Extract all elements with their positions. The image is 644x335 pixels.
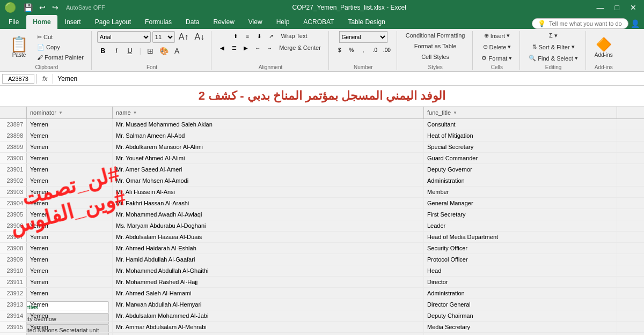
cell-name[interactable]: Mr. Ali Hussein Al-Ansi: [113, 187, 424, 197]
number-format-select[interactable]: General: [339, 31, 387, 43]
tab-data[interactable]: Data: [179, 15, 206, 29]
format-painter-button[interactable]: 🖌 Format Painter: [34, 53, 87, 62]
tab-insert[interactable]: Insert: [58, 15, 87, 29]
font-name-select[interactable]: Arial: [97, 31, 151, 43]
table-row[interactable]: 23911 Yemen Mr. Mohammed Rashed Al-Hajj …: [0, 277, 644, 288]
cell-name[interactable]: Mr. Abdulsalam Mohammed Al-Jabi: [113, 310, 424, 321]
tab-review[interactable]: Review: [207, 15, 240, 29]
cell-nominator[interactable]: Yemen: [27, 209, 113, 220]
cell-nominator[interactable]: Yemen: [27, 198, 113, 209]
table-row[interactable]: 23915 Yemen Mr. Ammar Abdulsalam Al-Mehr…: [0, 322, 644, 333]
cell-name[interactable]: Mr. Hamid Abdullah Al-Gaafari: [113, 254, 424, 265]
tell-me-search[interactable]: 💡 Tell me what you want to do: [532, 18, 628, 29]
align-left-btn[interactable]: ◀: [217, 43, 228, 53]
fill-color-btn[interactable]: 🎨: [157, 46, 171, 56]
cell-func-title[interactable]: Protocol Officer: [424, 254, 617, 265]
decrease-font-btn[interactable]: A↓: [192, 31, 207, 43]
qa-save-btn[interactable]: 💾: [21, 2, 35, 13]
table-row[interactable]: 23901 Yemen Mr. Amer Saeed Al-Ameri Depu…: [0, 164, 644, 175]
increase-decimal-btn[interactable]: .0: [370, 45, 380, 55]
cell-func-title[interactable]: Special Secretary: [424, 142, 617, 152]
table-row[interactable]: 23905 Yemen Mr. Mohammed Awadh Al-Awlaqi…: [0, 209, 644, 220]
cell-func-title[interactable]: Consultant: [424, 119, 617, 130]
table-row[interactable]: 23909 Yemen Mr. Hamid Abdullah Al-Gaafar…: [0, 254, 644, 265]
cell-func-title[interactable]: Guard Commander: [424, 153, 617, 163]
qa-redo-btn[interactable]: ↪: [50, 2, 61, 13]
align-right-btn[interactable]: ▶: [240, 43, 251, 53]
cell-name[interactable]: Mr. Abdulsalam Hazaea Al-Duais: [113, 232, 424, 242]
cell-nominator[interactable]: Yemen: [27, 232, 113, 242]
cell-nominator[interactable]: Yemen: [27, 130, 113, 141]
table-row[interactable]: 23899 Yemen Mr. Abdulkarem Mansoor Al-Al…: [0, 142, 644, 153]
align-top-btn[interactable]: ⬆: [230, 31, 241, 41]
cell-name[interactable]: Mr. Ahmed Saleh Al-Hamami: [113, 288, 424, 299]
sort-filter-btn[interactable]: ⇅ Sort & Filter ▾: [529, 42, 578, 51]
qa-undo-btn[interactable]: ↩: [37, 2, 48, 13]
cell-name[interactable]: Mr. Mohammed Abdullah Al-Ghaithi: [113, 265, 424, 276]
indent-decrease-btn[interactable]: ←: [252, 43, 263, 53]
format-as-table-btn[interactable]: Format as Table: [411, 42, 460, 50]
share-btn[interactable]: 👤: [628, 18, 642, 29]
comma-btn[interactable]: ,: [358, 45, 369, 55]
cell-nominator[interactable]: Yemen: [27, 277, 113, 287]
table-row[interactable]: 23916 Yemen Mr. Baligh Ahmed Al-Mekhlafi…: [0, 333, 644, 335]
font-color-btn[interactable]: A: [172, 46, 181, 56]
cell-func-title[interactable]: Media Advisor: [424, 333, 617, 335]
table-row[interactable]: 23907 Yemen Mr. Abdulsalam Hazaea Al-Dua…: [0, 232, 644, 243]
cell-name[interactable]: Mr. Marwan Abdullah Al-Hemyari: [113, 299, 424, 310]
currency-btn[interactable]: $: [334, 45, 345, 55]
cell-name[interactable]: Mr. Abdulkarem Mansoor Al-Alimi: [113, 142, 424, 152]
minimize-btn[interactable]: —: [594, 2, 608, 13]
align-bottom-btn[interactable]: ⬇: [254, 31, 265, 41]
tab-acrobat[interactable]: ACROBAT: [297, 15, 340, 29]
cell-name[interactable]: Mr. Baligh Ahmed Al-Mekhlafi: [113, 333, 424, 335]
formula-input[interactable]: [55, 74, 642, 84]
cell-func-title[interactable]: Head: [424, 265, 617, 276]
cell-nominator[interactable]: Yemen: [27, 187, 113, 197]
tab-home[interactable]: Home: [26, 15, 57, 29]
addins-btn[interactable]: 🔶 Add-ins: [591, 31, 616, 63]
table-row[interactable]: 23904 Yemen Mr. Fakhri Hassan Al-Arashi …: [0, 198, 644, 209]
increase-font-btn[interactable]: A↑: [177, 31, 191, 43]
indent-increase-btn[interactable]: →: [264, 43, 275, 53]
cell-styles-btn[interactable]: Cell Styles: [418, 53, 452, 61]
copy-button[interactable]: 📄 Copy: [34, 43, 87, 52]
cell-func-title[interactable]: Director: [424, 277, 617, 287]
align-center-btn[interactable]: ☰: [229, 43, 239, 53]
cell-name[interactable]: Mr. Ahmed Haidarah Al-Eshlah: [113, 243, 424, 254]
table-row[interactable]: 23908 Yemen Mr. Ahmed Haidarah Al-Eshlah…: [0, 243, 644, 254]
cell-name[interactable]: Mr. Salman Ameen Al-Abd: [113, 130, 424, 141]
bold-button[interactable]: B: [97, 45, 109, 57]
table-row[interactable]: 23913 Yemen Mr. Marwan Abdullah Al-Hemya…: [0, 299, 644, 310]
cell-nominator[interactable]: Yemen: [27, 265, 113, 276]
table-row[interactable]: 23898 Yemen Mr. Salman Ameen Al-Abd Heat…: [0, 130, 644, 142]
cell-func-title[interactable]: Media Secretary: [424, 322, 617, 332]
italic-button[interactable]: I: [111, 45, 122, 57]
tab-formulas[interactable]: Formulas: [138, 15, 178, 29]
cell-name[interactable]: Mr. Musaed Mohammed Saleh Aklan: [113, 119, 424, 130]
cell-nominator[interactable]: Yemen: [27, 333, 113, 335]
cell-func-title[interactable]: Security Officer: [424, 243, 617, 254]
cell-nominator[interactable]: Yemen: [27, 220, 113, 231]
cell-nominator[interactable]: Yemen: [27, 119, 113, 130]
table-row[interactable]: 23903 Yemen Mr. Ali Hussein Al-Ansi Memb…: [0, 187, 644, 198]
orientation-btn[interactable]: ↗: [266, 31, 276, 41]
percent-btn[interactable]: %: [346, 45, 357, 55]
cell-name[interactable]: Mr. Omar Mohsen Al-Amodi: [113, 175, 424, 186]
table-row[interactable]: 23912 Yemen Mr. Ahmed Saleh Al-Hamami Ad…: [0, 288, 644, 299]
cell-func-title[interactable]: Leader: [424, 220, 617, 231]
cell-nominator[interactable]: Yemen: [27, 175, 113, 186]
col-header-name[interactable]: name ▼: [113, 107, 424, 118]
table-row[interactable]: 23914 Yemen Mr. Abdulsalam Mohammed Al-J…: [0, 310, 644, 322]
underline-button[interactable]: U: [124, 45, 136, 57]
maximize-btn[interactable]: □: [612, 2, 623, 13]
cell-func-title[interactable]: Deputy Chairman: [424, 310, 617, 321]
insert-btn[interactable]: ⊕ Insert ▾: [481, 31, 514, 40]
cell-nominator[interactable]: Yemen: [27, 299, 113, 310]
tab-page-layout[interactable]: Page Layout: [89, 15, 137, 29]
find-select-btn[interactable]: 🔍 Find & Select ▾: [525, 54, 581, 63]
cell-func-title[interactable]: First Secretary: [424, 209, 617, 220]
cell-func-title[interactable]: Member: [424, 187, 617, 197]
cell-func-title[interactable]: General Manager: [424, 198, 617, 209]
paste-button[interactable]: 📋 Paste: [6, 31, 32, 63]
